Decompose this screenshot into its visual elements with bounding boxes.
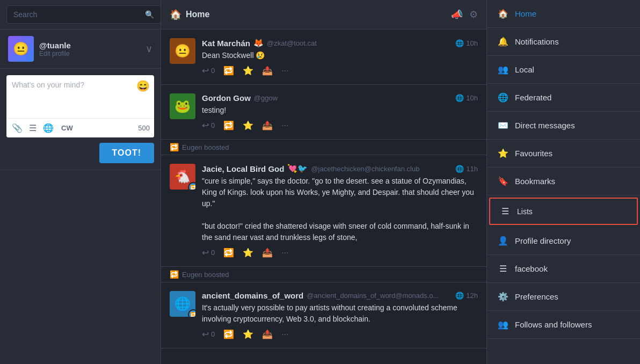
share-button[interactable]: 📤 xyxy=(262,120,273,130)
profile-directory-icon: 👤 xyxy=(498,236,508,246)
avatar: 🌐 🔁 xyxy=(170,291,195,317)
sidebar-item-lists[interactable]: ☰ Lists xyxy=(489,198,638,225)
sidebar-item-label: Notifications xyxy=(515,37,559,46)
sidebar-item-label: Bookmarks xyxy=(515,177,555,186)
post-time-text: 11h xyxy=(466,165,478,173)
avatar-image: 😐 xyxy=(170,38,195,64)
globe-icon: 🌐 xyxy=(455,94,464,102)
compose-text-area[interactable]: What's on your mind? 😄 xyxy=(6,75,154,118)
globe-icon: 🌐 xyxy=(455,165,464,173)
post-actions: ↩0 🔁 ⭐ 📤 ··· xyxy=(202,120,478,130)
search-input[interactable] xyxy=(6,5,161,24)
sidebar-item-profile-directory[interactable]: 👤 Profile directory xyxy=(487,227,640,255)
favourite-button[interactable]: ⭐ xyxy=(243,65,253,76)
more-button[interactable]: ··· xyxy=(281,66,288,76)
post-time: 🌐 10h xyxy=(455,39,478,47)
compose-box: What's on your mind? 😄 📎 ☰ 🌐 CW 500 xyxy=(6,75,154,137)
attach-button[interactable]: 📎 xyxy=(11,122,24,134)
post-author-name[interactable]: Gordon Gow xyxy=(202,93,251,103)
search-bar: 🔍 xyxy=(0,0,161,30)
boost-button[interactable]: 🔁 xyxy=(223,329,234,339)
sidebar-item-direct-messages[interactable]: ✉️ Direct messages xyxy=(487,112,640,140)
sidebar-item-preferences[interactable]: ⚙️ Preferences xyxy=(487,283,640,311)
share-button[interactable]: 📤 xyxy=(262,329,273,339)
post-author-handle[interactable]: @ggow xyxy=(254,94,278,102)
reply-button[interactable]: ↩0 xyxy=(202,247,215,258)
avatar-image: 😐 xyxy=(8,36,34,62)
post-header: Gordon Gow @ggow 🌐 10h xyxy=(202,93,478,103)
post-time: 🌐 10h xyxy=(455,94,478,102)
settings-button[interactable]: ⚙ xyxy=(469,9,478,20)
share-button[interactable]: 📤 xyxy=(262,65,273,76)
avatar: 🐔 🔁 xyxy=(170,164,195,190)
sidebar-item-facebook[interactable]: ☰ facebook xyxy=(487,255,640,283)
post-time-text: 12h xyxy=(466,292,478,300)
sidebar-item-label: Preferences xyxy=(515,292,558,301)
reply-button[interactable]: ↩0 xyxy=(202,65,215,76)
timeline-title-text: Home xyxy=(186,10,209,19)
post-actions: ↩0 🔁 ⭐ 📤 ··· xyxy=(202,65,478,76)
more-button[interactable]: ··· xyxy=(281,121,288,130)
sidebar-item-notifications[interactable]: 🔔 Notifications xyxy=(487,28,640,56)
sidebar-item-follows-and-followers[interactable]: 👥 Follows and followers xyxy=(487,311,640,339)
boost-button[interactable]: 🔁 xyxy=(223,120,234,130)
globe-button[interactable]: 🌐 xyxy=(42,122,55,134)
boost-button[interactable]: 🔁 xyxy=(223,247,234,258)
facebook-list-icon: ☰ xyxy=(498,264,508,274)
timeline-title: 🏠 Home xyxy=(170,9,451,20)
sidebar-item-label: Lists xyxy=(517,207,533,216)
avatar-image: 🐸 xyxy=(170,93,195,119)
post-time-text: 10h xyxy=(466,39,478,47)
boost-button[interactable]: 🔁 xyxy=(223,65,234,76)
star-icon: ⭐ xyxy=(498,148,508,158)
more-button[interactable]: ··· xyxy=(281,248,288,258)
profile-info: @tuanle Edit profile xyxy=(39,41,146,57)
sidebar-item-federated[interactable]: 🌐 Federated xyxy=(487,84,640,112)
sidebar-item-home[interactable]: 🏠 Home xyxy=(487,0,640,28)
sidebar-item-label: Profile directory xyxy=(515,236,571,245)
favourite-button[interactable]: ⭐ xyxy=(243,329,253,339)
post-content: Dean Stockwell 😢 xyxy=(202,50,478,61)
globe-icon: 🌐 xyxy=(455,292,464,300)
sidebar-item-label: Federated xyxy=(515,93,551,102)
sidebar-item-label: Follows and followers xyxy=(515,320,592,329)
compose-emoji-picker[interactable]: 😄 xyxy=(136,79,150,92)
profile-edit-link[interactable]: Edit profile xyxy=(39,50,146,57)
sidebar-item-bookmarks[interactable]: 🔖 Bookmarks xyxy=(487,168,640,195)
favourite-button[interactable]: ⭐ xyxy=(243,120,253,130)
post-author-name[interactable]: ancient_domains_of_word xyxy=(202,291,303,300)
share-button[interactable]: 📤 xyxy=(262,247,273,258)
post-author-name[interactable]: Jacie, Local Bird God xyxy=(202,164,284,173)
profile-expand-icon[interactable]: ∨ xyxy=(146,43,152,55)
more-button[interactable]: ··· xyxy=(281,330,288,339)
avatar: 🐸 xyxy=(170,93,195,119)
post-actions: ↩0 🔁 ⭐ 📤 ··· xyxy=(202,329,478,339)
favourite-button[interactable]: ⭐ xyxy=(243,247,253,258)
sidebar-item-favourites[interactable]: ⭐ Favourites xyxy=(487,140,640,168)
reply-button[interactable]: ↩0 xyxy=(202,120,215,130)
avatar: 😐 xyxy=(8,36,34,62)
table-row: 🌐 🔁 ancient_domains_of_word @ancient_dom… xyxy=(161,282,486,348)
post-body: ancient_domains_of_word @ancient_domains… xyxy=(202,291,478,339)
home-icon: 🏠 xyxy=(498,9,508,19)
timeline-actions: 📣 ⚙ xyxy=(451,9,478,20)
post-author-handle[interactable]: @jacethechicken@chickenfan.club xyxy=(311,165,419,173)
sidebar-item-label: Direct messages xyxy=(515,121,575,130)
boost-indicator: 🔁 Eugen boosted xyxy=(161,267,486,282)
local-icon: 👥 xyxy=(498,64,508,75)
post-time: 🌐 12h xyxy=(455,292,478,300)
reply-button[interactable]: ↩0 xyxy=(202,329,215,339)
char-count: 500 xyxy=(138,124,150,132)
post-author-handle[interactable]: @ancient_domains_of_word@monads.o... xyxy=(307,292,439,300)
format-button[interactable]: ☰ xyxy=(28,122,38,134)
cw-button[interactable]: CW xyxy=(61,124,73,132)
post-author-name[interactable]: Kat Marchán xyxy=(202,39,250,48)
home-icon: 🏠 xyxy=(170,9,181,20)
sidebar-item-local[interactable]: 👥 Local xyxy=(487,56,640,84)
toot-button[interactable]: TOOT! xyxy=(99,143,154,163)
boost-avatar-overlay: 🔁 xyxy=(188,309,195,317)
post-name-emoji: 🦊 xyxy=(253,38,264,48)
post-author-handle[interactable]: @zkat@toot.cat xyxy=(267,39,317,47)
post-content: "cure is simple," says the doctor. "go t… xyxy=(202,176,478,243)
announce-button[interactable]: 📣 xyxy=(451,9,463,20)
